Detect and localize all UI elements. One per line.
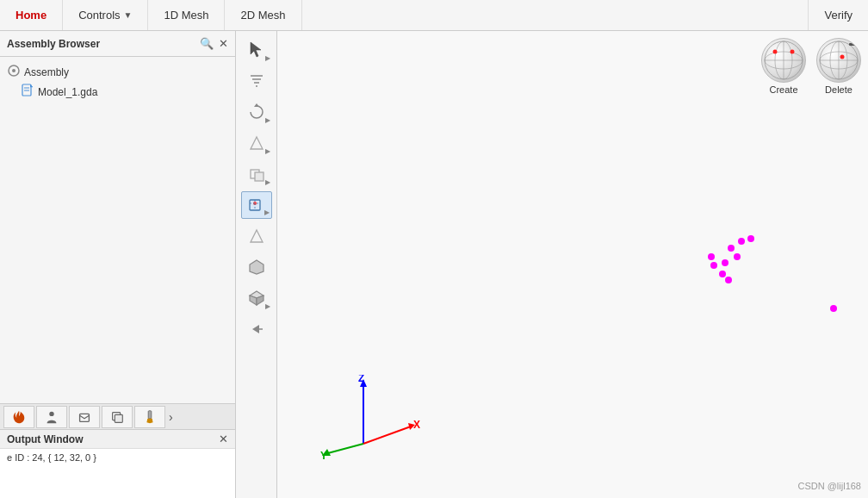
verify-delete-label: Delete bbox=[825, 84, 852, 95]
svg-marker-23 bbox=[251, 230, 263, 242]
svg-text:X: X bbox=[413, 419, 420, 431]
svg-rect-18 bbox=[255, 172, 264, 181]
svg-line-49 bbox=[325, 444, 363, 454]
output-window: Output Window ✕ e ID : 24, { 12, 32, 0 } bbox=[0, 429, 235, 498]
model-file-icon bbox=[21, 84, 34, 100]
svg-marker-15 bbox=[254, 103, 259, 107]
svg-rect-42 bbox=[849, 43, 858, 46]
verify-create-label: Create bbox=[769, 84, 797, 95]
tab-people[interactable] bbox=[36, 406, 67, 428]
tab-cube[interactable] bbox=[102, 406, 133, 428]
search-icon[interactable]: 🔍 bbox=[200, 37, 214, 50]
data-point-8 bbox=[708, 253, 715, 260]
svg-point-34 bbox=[773, 50, 778, 54]
svg-rect-8 bbox=[115, 414, 122, 422]
verify-create-item[interactable]: Create bbox=[761, 38, 806, 95]
assembly-browser-header: Assembly Browser 🔍 ✕ bbox=[0, 31, 235, 57]
svg-point-1 bbox=[12, 69, 16, 72]
svg-rect-6 bbox=[80, 414, 90, 421]
data-point-2 bbox=[747, 235, 754, 242]
tab-brush[interactable] bbox=[134, 406, 165, 428]
tree-item-assembly[interactable]: Assembly bbox=[3, 62, 232, 82]
top-menu-bar: Home Controls ▼ 1D Mesh 2D Mesh Verify bbox=[0, 0, 868, 31]
toolbar-panel: ▶ ▶ ▶ ▶ bbox=[236, 31, 277, 498]
select-sub-arrow: ▶ bbox=[265, 54, 270, 62]
output-content: e ID : 24, { 12, 32, 0 } bbox=[0, 449, 235, 498]
bottom-tab-bar: › bbox=[0, 403, 235, 429]
left-panel: Assembly Browser 🔍 ✕ Assembly bbox=[0, 31, 236, 498]
tool-filter[interactable] bbox=[241, 67, 272, 95]
assembly-browser-title: Assembly Browser bbox=[7, 38, 100, 50]
output-close-icon[interactable]: ✕ bbox=[219, 433, 228, 445]
tool-solid[interactable] bbox=[241, 253, 272, 281]
data-point-outlier bbox=[830, 305, 837, 312]
data-point-7 bbox=[719, 271, 726, 277]
svg-marker-10 bbox=[251, 42, 261, 57]
watermark: CSDN @lijl168 bbox=[797, 481, 861, 491]
flat-sub-arrow: ▶ bbox=[265, 302, 270, 310]
tool-back[interactable] bbox=[241, 315, 272, 343]
menu-1dmesh[interactable]: 1D Mesh bbox=[148, 0, 225, 30]
svg-line-46 bbox=[363, 426, 411, 444]
tool-shape3[interactable] bbox=[241, 222, 272, 250]
pick-sub-arrow: ▶ bbox=[264, 209, 270, 216]
svg-point-35 bbox=[790, 50, 795, 54]
tool-pick[interactable]: ▶ bbox=[241, 191, 272, 219]
rotate-sub-arrow: ▶ bbox=[265, 116, 270, 124]
svg-point-41 bbox=[840, 55, 845, 59]
menu-home[interactable]: Home bbox=[0, 0, 63, 30]
more-tabs-arrow[interactable]: › bbox=[169, 410, 173, 424]
tool-shape2[interactable]: ▶ bbox=[241, 160, 272, 188]
shape2-sub-arrow: ▶ bbox=[265, 178, 270, 186]
output-header: Output Window ✕ bbox=[0, 430, 235, 449]
verify-panel: Create Delete bbox=[761, 38, 861, 95]
tool-select[interactable]: ▶ bbox=[241, 36, 272, 64]
verify-create-sphere bbox=[761, 38, 806, 83]
main-canvas[interactable]: Create Delete bbox=[277, 31, 868, 498]
svg-marker-24 bbox=[250, 260, 264, 274]
tab-fire[interactable] bbox=[3, 406, 34, 428]
data-point-3 bbox=[728, 245, 735, 252]
menu-controls[interactable]: Controls ▼ bbox=[63, 0, 148, 30]
svg-text:Z: Z bbox=[358, 375, 364, 384]
controls-dropdown-arrow: ▼ bbox=[124, 10, 133, 20]
shape1-sub-arrow: ▶ bbox=[265, 147, 270, 155]
tool-rotate[interactable]: ▶ bbox=[241, 98, 272, 126]
svg-point-5 bbox=[49, 411, 53, 415]
data-point-4 bbox=[734, 253, 741, 260]
assembly-icon bbox=[7, 64, 21, 80]
verify-icons-container: Create Delete bbox=[761, 38, 861, 95]
svg-marker-16 bbox=[251, 137, 263, 149]
tab-box[interactable] bbox=[69, 406, 100, 428]
data-point-1 bbox=[738, 238, 745, 245]
coordinate-axis: Z X Y bbox=[320, 375, 424, 464]
menu-verify[interactable]: Verify bbox=[808, 0, 868, 30]
verify-delete-sphere bbox=[816, 38, 861, 83]
assembly-tree: Assembly Model_1.gda bbox=[0, 57, 235, 403]
data-point-5 bbox=[722, 259, 728, 266]
svg-text:Y: Y bbox=[320, 450, 327, 461]
output-title: Output Window bbox=[7, 433, 84, 445]
header-icons: 🔍 ✕ bbox=[200, 37, 228, 50]
tool-flat[interactable]: ▶ bbox=[241, 284, 272, 312]
data-point-6 bbox=[710, 262, 717, 269]
tool-shape1[interactable]: ▶ bbox=[241, 129, 272, 157]
menu-2dmesh[interactable]: 2D Mesh bbox=[225, 0, 301, 30]
data-point-9 bbox=[725, 277, 732, 283]
verify-delete-item[interactable]: Delete bbox=[816, 38, 861, 95]
svg-rect-9 bbox=[148, 410, 152, 418]
close-icon[interactable]: ✕ bbox=[219, 37, 228, 50]
tree-item-model[interactable]: Model_1.gda bbox=[3, 82, 232, 102]
